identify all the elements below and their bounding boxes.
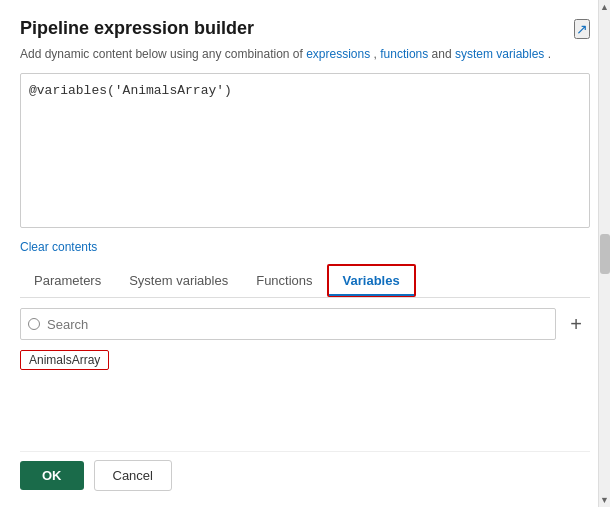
description: Add dynamic content below using any comb… <box>20 45 590 63</box>
variables-panel: AnimalsArray ▲ ▼ <box>20 348 590 441</box>
clear-contents-button[interactable]: Clear contents <box>20 236 97 258</box>
expand-button[interactable]: ↗ <box>574 19 590 39</box>
tab-variables[interactable]: Variables <box>327 264 416 297</box>
tab-functions[interactable]: Functions <box>242 264 326 297</box>
functions-link[interactable]: functions <box>380 47 428 61</box>
dialog-title: Pipeline expression builder <box>20 18 254 39</box>
search-input[interactable] <box>20 308 556 340</box>
system-variables-link[interactable]: system variables <box>455 47 544 61</box>
expression-input[interactable] <box>20 73 590 228</box>
variable-item-animalsarray[interactable]: AnimalsArray <box>20 350 109 370</box>
search-icon: ○ <box>28 318 40 330</box>
ok-button[interactable]: OK <box>20 461 84 490</box>
pipeline-expression-builder-dialog: Pipeline expression builder ↗ Add dynami… <box>0 0 610 507</box>
expressions-link[interactable]: expressions <box>306 47 370 61</box>
search-box-wrap: ○ <box>20 308 556 340</box>
dialog-header: Pipeline expression builder ↗ <box>20 18 590 39</box>
add-button[interactable]: + <box>562 310 590 338</box>
variables-list: AnimalsArray <box>20 348 590 441</box>
footer: OK Cancel <box>20 451 590 491</box>
tab-system-variables[interactable]: System variables <box>115 264 242 297</box>
search-row: ○ + <box>20 308 590 340</box>
tabs-row: Parameters System variables Functions Va… <box>20 264 590 298</box>
description-prefix: Add dynamic content below using any comb… <box>20 47 306 61</box>
tab-parameters[interactable]: Parameters <box>20 264 115 297</box>
cancel-button[interactable]: Cancel <box>94 460 172 491</box>
